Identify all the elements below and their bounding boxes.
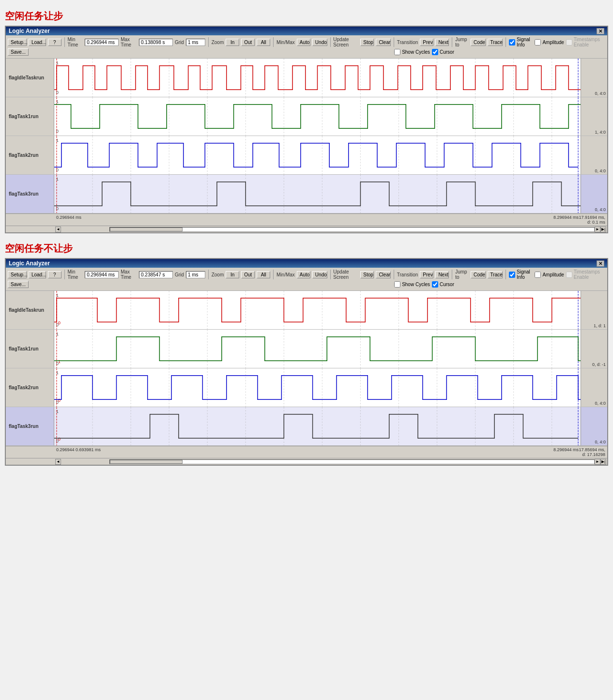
next-button-2[interactable]: Next [435, 271, 449, 278]
grid-value-1: 1 ms [186, 39, 205, 46]
save-button-2[interactable]: Save... [8, 281, 29, 288]
sep6-2 [452, 270, 452, 279]
scrollbar-track-1[interactable] [109, 227, 595, 232]
cursor-check-1[interactable]: Cursor [432, 49, 454, 55]
scroll-end-btn-2[interactable]: ▶| [600, 459, 606, 465]
scroll-end-btn-1[interactable]: ▶| [600, 227, 606, 232]
scrollbar-thumb-2[interactable] [110, 460, 183, 464]
sep5 [394, 37, 394, 47]
load-button-1[interactable]: Load... [29, 39, 46, 46]
save-button-1[interactable]: Save... [8, 48, 29, 56]
zoom-out-1[interactable]: Out [241, 39, 255, 46]
signals-area-1: flagIdleTaskrun 1 0 [6, 59, 607, 213]
signal-label-task2-2: flagTask2run [6, 368, 54, 407]
signal-label-task2-1: flagTask2run [6, 136, 54, 174]
zoom-in-2[interactable]: In [226, 271, 239, 278]
code-button-1[interactable]: Code [471, 39, 486, 46]
cursor-check-2[interactable]: Cursor [432, 281, 454, 288]
transition-label-2: Transition [397, 272, 418, 277]
max-time-label-1: Max Time [121, 37, 137, 47]
time-center-1: 8.296944 ms [553, 215, 579, 225]
undo-button-1[interactable]: Undo [312, 39, 327, 46]
stop-button-2[interactable]: Stop [360, 271, 374, 278]
signal-info-check-1[interactable]: Signal Info [509, 37, 533, 47]
setup-button-1[interactable]: Setup... [8, 39, 27, 46]
waveform-task2-2: 0 [54, 368, 581, 407]
toolbar-row1-2: Setup... Load... ? Min Time 0.296944 ms … [8, 269, 605, 280]
signal-label-task1-1: flagTask1run [6, 97, 54, 136]
scroll-right-btn-1[interactable]: ► [595, 227, 600, 232]
min-time-label-1: Min Time [68, 37, 83, 47]
signal-row-idle-2: flagIdleTaskrun 1 0 [6, 291, 607, 330]
close-button-2[interactable]: ✕ [597, 260, 604, 267]
scrollbar-track-2[interactable] [109, 459, 595, 464]
signal-label-idle-1: flagIdleTaskrun [6, 59, 54, 97]
sep6 [452, 37, 452, 47]
close-button-1[interactable]: ✕ [597, 28, 604, 34]
auto-button-2[interactable]: Auto [297, 271, 310, 278]
signal-name-idle-2: flagIdleTaskrun [9, 307, 44, 313]
section2: 空闲任务不让步 Logic Analyzer ✕ Setup... Load..… [5, 242, 608, 466]
timebar-left-2: 0.296944 0.693981 ms 8.296944 ms [56, 447, 579, 457]
zoom-all-2[interactable]: All [257, 271, 270, 278]
scrollbar-1: ◄ ► ▶| [6, 226, 607, 232]
show-cycles-check-2[interactable]: Show Cycles [394, 281, 430, 288]
scroll-left-btn-2[interactable]: ◄ [55, 459, 61, 465]
next-button-1[interactable]: Next [435, 39, 449, 46]
signal-value-task3-2: 0, 4:0 [581, 407, 607, 445]
zoom-out-2[interactable]: Out [241, 271, 255, 278]
timebar-1: 0.296944 ms 8.296944 ms 17.91694 ms, d: … [6, 213, 607, 226]
zoom-in-1[interactable]: In [226, 39, 239, 46]
prev-button-1[interactable]: Prev [420, 39, 433, 46]
zoom-all-1[interactable]: All [257, 39, 270, 46]
scroll-right-btn-2[interactable]: ► [595, 459, 600, 465]
svg-text:0: 0 [58, 320, 61, 325]
amplitude-check-2[interactable]: Amplitude [535, 272, 564, 278]
section1-title: 空闲任务让步 [5, 10, 608, 23]
svg-text:0: 0 [58, 437, 61, 441]
load-button-2[interactable]: Load... [29, 271, 46, 278]
show-cycles-check-1[interactable]: Show Cycles [394, 49, 430, 55]
signal-canvas-idle-2: 1 0 [54, 291, 581, 329]
sep2-2 [208, 270, 209, 279]
waveform-idle-2: 0 [54, 291, 581, 329]
signal-row-task1-2: flagTask1run 1 0 [6, 330, 607, 368]
signal-row-idle-1: flagIdleTaskrun 1 0 [6, 59, 607, 97]
signal-value-task2-1: 0, 4:0 [581, 136, 607, 174]
minmax-label-1: Min/Max [276, 40, 295, 45]
timestamps-check-2[interactable]: Timestamps Enable [566, 269, 605, 280]
signal-row-task3-1: flagTask3run 1 0 [6, 175, 607, 213]
toolbar-row2: Save... Show Cycles Cursor [8, 48, 605, 56]
waveform-task1-1 [54, 97, 581, 136]
section2-title: 空闲任务不让步 [5, 242, 608, 255]
prev-button-2[interactable]: Prev [420, 271, 433, 278]
signal-name-task1-1: flagTask1run [9, 114, 39, 119]
trace-button-2[interactable]: Trace [488, 271, 503, 278]
question-button-2[interactable]: ? [48, 271, 61, 278]
logic-analyzer-1: Logic Analyzer ✕ Setup... Load... ? Min … [5, 26, 608, 233]
clear-button-2[interactable]: Clear [376, 271, 391, 278]
signal-info-check-2[interactable]: Signal Info [509, 269, 533, 280]
code-button-2[interactable]: Code [471, 271, 486, 278]
auto-button-1[interactable]: Auto [297, 39, 310, 46]
scrollbar-thumb-1[interactable] [110, 228, 183, 231]
timebar-left-1: 0.296944 ms 8.296944 ms [56, 215, 579, 225]
stop-button-1[interactable]: Stop [360, 39, 374, 46]
sep7-2 [506, 270, 506, 279]
grid-label-1: Grid [175, 40, 184, 45]
grid-value-2: 1 ms [186, 271, 205, 278]
timestamps-check-1[interactable]: Timestamps Enable [566, 37, 605, 47]
trace-button-1[interactable]: Trace [488, 39, 503, 46]
undo-button-2[interactable]: Undo [312, 271, 327, 278]
signal-canvas-task2-2: 1 0 [54, 368, 581, 407]
scroll-left-btn-1[interactable]: ◄ [55, 227, 61, 232]
time-left-1: 0.296944 ms [56, 215, 81, 225]
signal-canvas-task3-1: 1 0 [54, 175, 581, 213]
amplitude-check-1[interactable]: Amplitude [535, 39, 564, 46]
question-button-1[interactable]: ? [48, 39, 61, 46]
clear-button-1[interactable]: Clear [376, 39, 391, 46]
setup-button-2[interactable]: Setup... [8, 271, 27, 278]
update-label-1: Update Screen [333, 37, 358, 47]
signal-value-task2-2: 0, 4:0 [581, 368, 607, 407]
sep1 [64, 37, 65, 47]
